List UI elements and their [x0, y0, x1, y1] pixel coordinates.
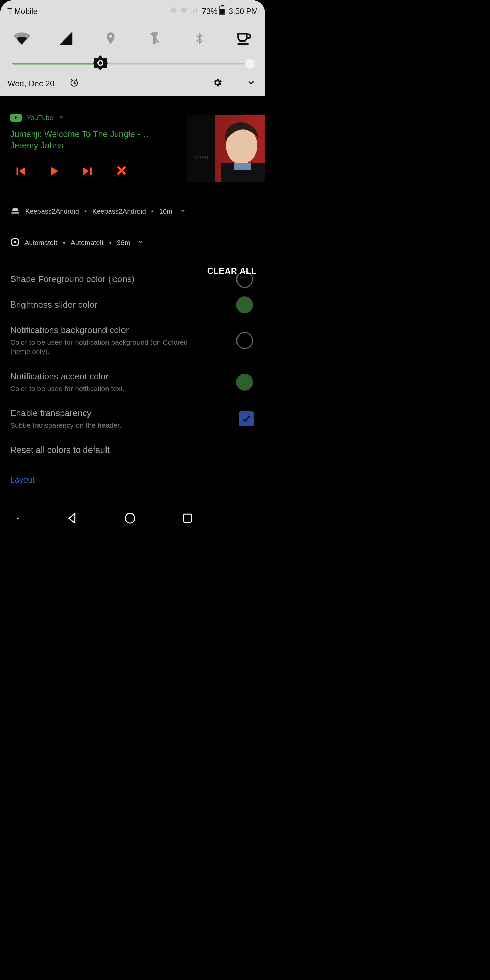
play-icon — [47, 164, 61, 178]
notification-age: 10m — [159, 208, 172, 215]
collapse-chevron-icon[interactable] — [58, 114, 64, 122]
back-button[interactable] — [66, 511, 79, 527]
setting-brightness-slider-color[interactable]: Brightness slider color — [10, 292, 255, 318]
brightness-thumb[interactable] — [92, 55, 108, 73]
settings-gear-icon[interactable] — [202, 78, 223, 90]
svg-rect-12 — [187, 115, 215, 182]
separator-dot: • — [109, 239, 111, 247]
skip-previous-icon — [13, 164, 27, 178]
cellular-toggle[interactable] — [56, 29, 76, 48]
setting-title: Brightness slider color — [10, 299, 252, 310]
wifi-toggle[interactable] — [12, 29, 31, 48]
setting-title: Reset all colors to default — [10, 445, 252, 455]
battery-percent: 73% — [202, 7, 218, 16]
brightness-sun-icon — [92, 55, 108, 71]
slider-fill — [12, 63, 102, 65]
checkbox-checked-icon[interactable] — [239, 411, 254, 426]
setting-title: Notifications accent color — [10, 371, 252, 382]
status-bar: T-Mobile 73% 3:50 PM — [0, 0, 266, 19]
alarm-icon[interactable] — [59, 78, 79, 89]
notification-line: AutomateIt — [71, 239, 104, 247]
keepass-icon — [10, 206, 21, 217]
next-track-button[interactable] — [81, 164, 95, 178]
setting-enable-transparency[interactable]: Enable transparency Subtle transparency … — [10, 401, 255, 437]
date-label[interactable]: Wed, Dec 20 — [8, 79, 54, 89]
setting-subtitle: Color to be used for notification text. — [10, 384, 201, 393]
slider-end-cap — [245, 59, 255, 69]
alarm-icon — [170, 6, 177, 16]
color-swatch[interactable] — [236, 374, 253, 391]
separator-dot: • — [84, 208, 87, 215]
youtube-badge-icon — [10, 114, 22, 122]
bluetooth-icon — [193, 30, 205, 46]
carrier-label: T-Mobile — [8, 7, 37, 16]
ime-switch-icon[interactable] — [14, 514, 22, 524]
separator-dot: • — [151, 208, 154, 215]
signal-icon — [190, 6, 198, 16]
automateit-icon — [10, 237, 20, 248]
recents-square-icon — [181, 511, 194, 525]
back-icon — [66, 511, 79, 525]
expand-chevron-icon[interactable] — [137, 239, 143, 247]
caffeine-toggle[interactable] — [234, 29, 253, 48]
expand-chevron-icon[interactable] — [236, 78, 256, 89]
setting-title: Enable transparency — [10, 408, 252, 418]
setting-notifications-bg-color[interactable]: Notifications background color Color to … — [10, 318, 255, 364]
skip-next-icon — [81, 164, 95, 178]
expand-chevron-icon[interactable] — [180, 208, 186, 215]
navigation-bar — [0, 507, 266, 531]
brightness-slider[interactable] — [9, 54, 256, 73]
wifi-icon — [13, 30, 30, 47]
setting-title: Notifications background color — [10, 325, 252, 336]
svg-text:MANJI: MANJI — [193, 154, 210, 160]
separator-dot: • — [63, 239, 65, 247]
notification-line: Keepass2Android — [92, 208, 146, 215]
setting-reset-colors[interactable]: Reset all colors to default — [10, 437, 255, 463]
home-circle-icon — [123, 511, 137, 525]
media-title: Jumanji: Welcome To The Jungle - Movie R… — [10, 129, 150, 139]
svg-point-16 — [125, 514, 135, 523]
notification-app: Keepass2Android — [25, 208, 79, 215]
setting-notifications-accent-color[interactable]: Notifications accent color Color to be u… — [10, 364, 255, 401]
clock-time: 3:50 PM — [229, 7, 258, 16]
qs-footer: Wed, Dec 20 — [0, 73, 266, 91]
svg-rect-17 — [183, 514, 191, 522]
flashlight-toggle[interactable] — [145, 29, 164, 48]
settings-items: Shade Foreground color (icons) Brightnes… — [10, 266, 255, 485]
svg-point-7 — [99, 61, 102, 65]
bluetooth-toggle[interactable] — [190, 29, 209, 48]
location-toggle[interactable] — [101, 29, 120, 48]
clear-all-button[interactable]: CLEAR ALL — [207, 266, 256, 276]
setting-subtitle: Subtle transparency on the header. — [10, 421, 201, 430]
svg-point-15 — [14, 240, 16, 243]
notification-app: AutomateIt — [24, 239, 57, 247]
close-media-button[interactable] — [115, 164, 128, 178]
heart-icon — [180, 6, 188, 16]
recents-button[interactable] — [181, 511, 194, 527]
cellular-icon — [58, 30, 74, 46]
youtube-media-notification[interactable]: YouTube Jumanji: Welcome To The Jungle -… — [0, 105, 266, 187]
svg-rect-2 — [220, 9, 224, 14]
setting-subtitle: Color to be used for notification backgr… — [10, 337, 201, 356]
previous-track-button[interactable] — [13, 164, 27, 178]
qs-toggle-row — [0, 19, 266, 54]
slider-track — [12, 63, 253, 65]
close-icon — [115, 164, 128, 177]
battery-icon — [220, 5, 225, 17]
media-thumbnail: MANJI — [187, 115, 266, 182]
notification-app-name: YouTube — [27, 114, 53, 122]
notification-automateit[interactable]: AutomateIt • AutomateIt • 36m — [0, 228, 266, 257]
color-swatch[interactable] — [236, 332, 253, 349]
svg-rect-11 — [234, 163, 251, 170]
coffee-icon — [235, 30, 252, 46]
play-button[interactable] — [47, 164, 61, 178]
flashlight-off-icon — [148, 30, 162, 46]
location-icon — [104, 30, 118, 46]
color-swatch[interactable] — [236, 296, 253, 313]
notification-keepass[interactable]: Keepass2Android • Keepass2Android • 10m — [0, 197, 266, 226]
home-button[interactable] — [123, 511, 137, 527]
notification-age: 36m — [117, 239, 130, 247]
settings-section-layout: Layout — [10, 475, 255, 485]
quick-settings-panel: T-Mobile 73% 3:50 PM — [0, 0, 266, 96]
